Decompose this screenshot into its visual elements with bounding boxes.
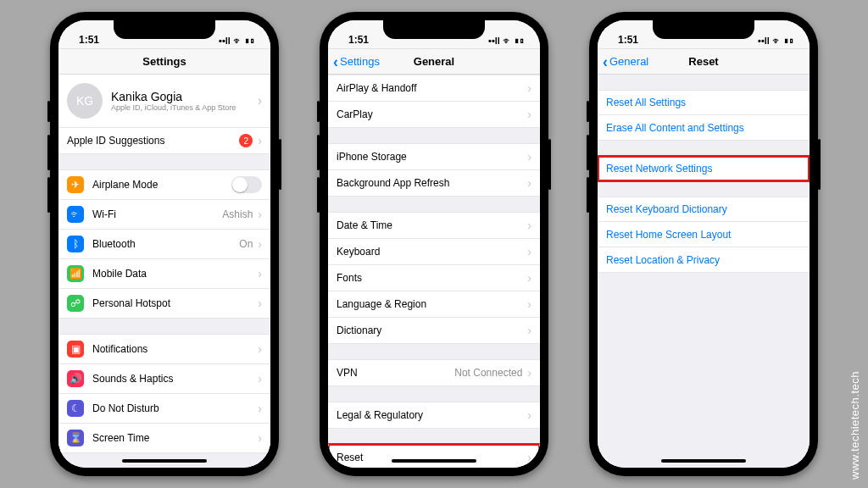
row-sounds[interactable]: 🔊 Sounds & Haptics › <box>58 364 270 394</box>
cellular-icon: 📶 <box>67 265 84 282</box>
chevron-right-icon: › <box>527 81 531 95</box>
row-dictionary[interactable]: Dictionary › <box>328 318 540 344</box>
notifications-icon: ▣ <box>67 341 84 358</box>
status-time: 1:51 <box>618 34 638 46</box>
profile-name: Kanika Gogia <box>111 90 236 103</box>
chevron-right-icon: › <box>527 366 531 380</box>
profile-sub: Apple ID, iCloud, iTunes & App Store <box>111 103 236 112</box>
notch <box>653 20 754 39</box>
status-time: 1:51 <box>79 34 99 46</box>
row-erase-all[interactable]: Erase All Content and Settings <box>598 115 810 141</box>
row-app-refresh[interactable]: Background App Refresh › <box>328 170 540 197</box>
row-value: Ashish <box>222 208 253 220</box>
row-label: Do Not Disturb <box>92 402 256 414</box>
airplane-icon: ✈ <box>67 176 84 193</box>
badge: 2 <box>239 134 253 147</box>
row-notifications[interactable]: ▣ Notifications › <box>58 334 270 364</box>
chevron-right-icon: › <box>527 271 531 285</box>
row-bluetooth[interactable]: ᛒ Bluetooth On › <box>58 230 270 259</box>
row-screentime[interactable]: ⌛ Screen Time › <box>58 424 270 453</box>
row-vpn[interactable]: VPN Not Connected › <box>328 359 540 386</box>
row-language[interactable]: Language & Region › <box>328 291 540 318</box>
home-indicator[interactable] <box>392 459 476 463</box>
chevron-right-icon: › <box>527 408 531 422</box>
row-label: Background App Refresh <box>337 177 526 189</box>
row-label: Language & Region <box>337 298 526 310</box>
home-indicator[interactable] <box>122 459 207 463</box>
chevron-right-icon: › <box>527 150 531 164</box>
chevron-right-icon: › <box>527 451 531 464</box>
toggle-switch[interactable] <box>231 176 262 193</box>
row-reset-keyboard[interactable]: Reset Keyboard Dictionary <box>598 197 810 222</box>
row-wifi[interactable]: ᯤ Wi-Fi Ashish › <box>58 200 270 230</box>
row-date[interactable]: Date & Time › <box>328 212 540 239</box>
back-label: Settings <box>340 55 380 68</box>
row-label: Screen Time <box>92 432 256 444</box>
chevron-right-icon: › <box>258 402 262 415</box>
phone-settings: 1:51 ••ll ᯤ ▮▯ Settings KG Kanika Gogia … <box>50 12 279 476</box>
notch <box>114 20 215 39</box>
status-indicators: ••ll ᯤ ▮▯ <box>219 36 255 46</box>
watermark: www.techietech.tech <box>849 371 861 480</box>
chevron-right-icon: › <box>258 208 262 221</box>
row-value: Not Connected <box>454 367 522 379</box>
row-appleid-suggestions[interactable]: Apple ID Suggestions 2 › <box>58 128 270 154</box>
chevron-right-icon: › <box>527 324 531 337</box>
row-label: Keyboard <box>337 246 526 258</box>
chevron-right-icon: › <box>527 176 531 190</box>
row-airplay[interactable]: AirPlay & Handoff › <box>328 75 540 102</box>
row-legal[interactable]: Legal & Regulatory › <box>328 402 540 429</box>
row-value: On <box>239 238 253 250</box>
navbar-settings: Settings <box>58 49 270 75</box>
row-label: Erase All Content and Settings <box>606 122 801 134</box>
chevron-left-icon: ‹ <box>333 54 338 69</box>
back-button[interactable]: ‹ Settings <box>333 54 380 69</box>
chevron-right-icon: › <box>258 372 262 385</box>
chevron-right-icon: › <box>527 297 531 311</box>
profile-row[interactable]: KG Kanika Gogia Apple ID, iCloud, iTunes… <box>58 75 270 128</box>
row-label: Reset All Settings <box>606 97 801 108</box>
row-label: Bluetooth <box>92 238 239 250</box>
navbar-title: Settings <box>142 55 186 68</box>
avatar: KG <box>67 83 103 119</box>
navbar-reset: ‹ General Reset <box>598 49 810 75</box>
row-label: CarPlay <box>337 108 526 120</box>
row-reset-home[interactable]: Reset Home Screen Layout <box>598 222 810 247</box>
chevron-right-icon: › <box>527 245 531 258</box>
row-reset-network[interactable]: Reset Network Settings <box>598 156 810 181</box>
row-label: Sounds & Haptics <box>92 373 256 385</box>
general-content[interactable]: AirPlay & Handoff › CarPlay › iPhone Sto… <box>328 75 540 468</box>
row-label: VPN <box>337 367 454 379</box>
row-label: Wi-Fi <box>92 208 222 220</box>
row-reset-location[interactable]: Reset Location & Privacy <box>598 247 810 273</box>
row-label: Fonts <box>337 272 526 284</box>
row-label: Mobile Data <box>92 268 256 280</box>
row-reset[interactable]: Reset › <box>328 444 540 468</box>
row-fonts[interactable]: Fonts › <box>328 265 540 291</box>
chevron-right-icon: › <box>258 267 262 280</box>
row-reset-all[interactable]: Reset All Settings <box>598 90 810 115</box>
row-label: Reset Home Screen Layout <box>606 229 801 241</box>
row-airplane[interactable]: ✈ Airplane Mode <box>58 169 270 200</box>
back-button[interactable]: ‹ General <box>603 54 648 69</box>
settings-content[interactable]: KG Kanika Gogia Apple ID, iCloud, iTunes… <box>58 75 270 468</box>
row-keyboard[interactable]: Keyboard › <box>328 239 540 265</box>
notch <box>383 20 485 39</box>
status-time: 1:51 <box>348 34 369 46</box>
chevron-right-icon: › <box>258 431 262 445</box>
row-carplay[interactable]: CarPlay › <box>328 102 540 128</box>
chevron-right-icon: › <box>258 297 262 310</box>
row-label: iPhone Storage <box>337 151 526 163</box>
screentime-icon: ⌛ <box>67 430 84 446</box>
row-storage[interactable]: iPhone Storage › <box>328 143 540 170</box>
chevron-right-icon: › <box>258 237 262 251</box>
row-label: Date & Time <box>337 219 526 231</box>
home-indicator[interactable] <box>661 459 746 463</box>
row-dnd[interactable]: ☾ Do Not Disturb › <box>58 394 270 424</box>
reset-content[interactable]: Reset All Settings Erase All Content and… <box>598 75 810 468</box>
chevron-right-icon: › <box>258 342 262 356</box>
row-hotspot[interactable]: ☍ Personal Hotspot › <box>58 289 270 319</box>
phone-general: 1:51 ••ll ᯤ ▮▯ ‹ Settings General AirPla… <box>320 12 548 476</box>
row-mobile-data[interactable]: 📶 Mobile Data › <box>58 259 270 289</box>
dnd-icon: ☾ <box>67 400 84 417</box>
